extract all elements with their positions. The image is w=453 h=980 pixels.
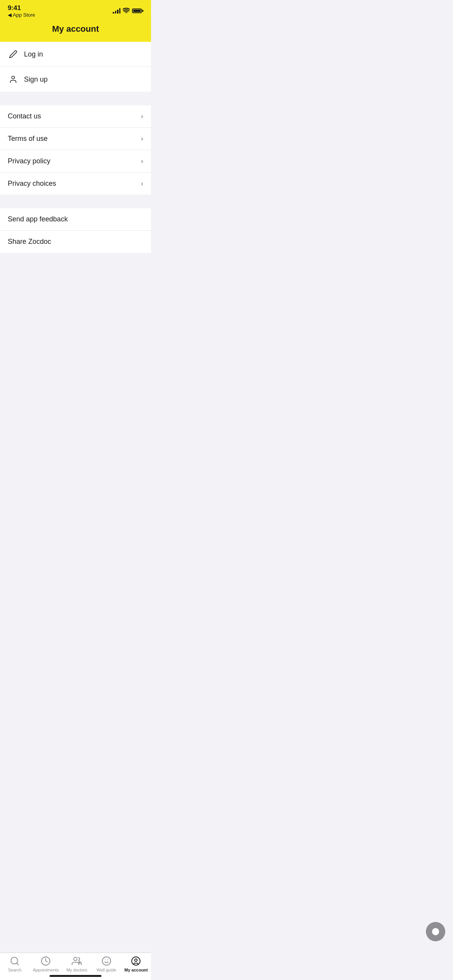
terms-of-use-label: Terms of use	[8, 135, 141, 143]
chevron-right-icon: ›	[141, 112, 143, 120]
privacy-policy-item[interactable]: Privacy policy ›	[0, 150, 151, 173]
send-feedback-item[interactable]: Send app feedback	[0, 208, 151, 231]
signal-icon	[113, 8, 120, 14]
chevron-right-icon: ›	[141, 157, 143, 165]
contact-us-item[interactable]: Contact us ›	[0, 105, 151, 128]
page-header: My account	[0, 19, 151, 42]
signup-label: Sign up	[24, 75, 143, 84]
privacy-choices-label: Privacy choices	[8, 180, 141, 188]
signup-item[interactable]: Sign up	[0, 67, 151, 92]
wifi-icon	[123, 8, 130, 14]
chevron-right-icon: ›	[141, 180, 143, 188]
page-title: My account	[52, 24, 99, 34]
contact-us-label: Contact us	[8, 112, 141, 120]
send-feedback-label: Send app feedback	[8, 215, 143, 223]
feedback-section: Send app feedback Share Zocdoc	[0, 208, 151, 253]
login-item[interactable]: Log in	[0, 42, 151, 67]
empty-space	[0, 253, 151, 369]
links-section: Contact us › Terms of use › Privacy poli…	[0, 105, 151, 195]
login-label: Log in	[24, 50, 143, 58]
terms-of-use-item[interactable]: Terms of use ›	[0, 128, 151, 150]
back-arrow: ◀	[8, 12, 12, 18]
auth-section: Log in Sign up	[0, 42, 151, 92]
privacy-policy-label: Privacy policy	[8, 157, 141, 165]
person-icon	[8, 74, 19, 85]
divider-2	[0, 195, 151, 208]
main-content: Log in Sign up Contact us › Terms of use…	[0, 42, 151, 408]
pencil-icon	[8, 49, 19, 60]
privacy-choices-item[interactable]: Privacy choices ›	[0, 173, 151, 195]
battery-icon	[132, 9, 143, 13]
status-left: 9:41 ◀ App Store	[8, 4, 35, 18]
chevron-right-icon: ›	[141, 135, 143, 143]
svg-point-0	[12, 76, 14, 79]
status-bar: 9:41 ◀ App Store	[0, 0, 151, 19]
status-icons	[113, 8, 143, 14]
share-zocdoc-label: Share Zocdoc	[8, 238, 143, 246]
divider-1	[0, 92, 151, 105]
share-zocdoc-item[interactable]: Share Zocdoc	[0, 231, 151, 253]
app-store-back[interactable]: ◀ App Store	[8, 12, 35, 18]
status-time: 9:41	[8, 4, 35, 12]
